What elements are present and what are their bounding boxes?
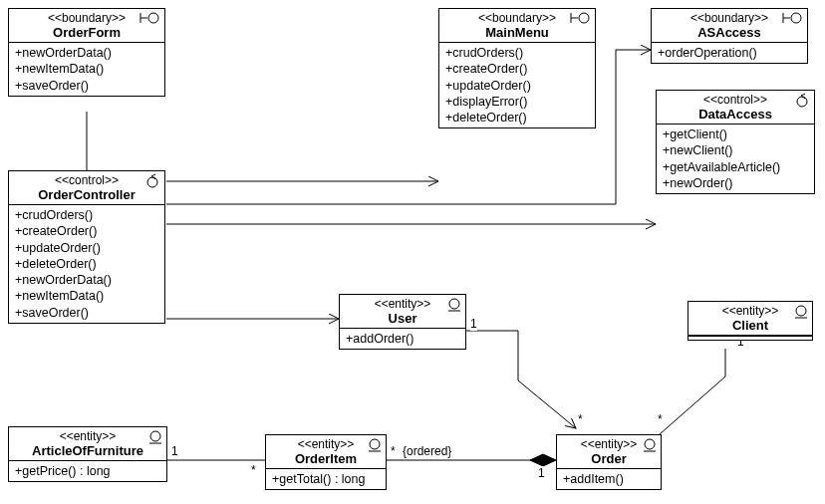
svg-point-16 [797, 97, 807, 107]
op: +deleteOrder() [15, 256, 158, 272]
class-name-label: MainMenu [445, 25, 589, 40]
boundary-icon [781, 11, 803, 28]
mult-user-one: 1 [470, 317, 477, 331]
svg-marker-5 [530, 454, 556, 466]
class-ops: +newOrderData() +newItemData() +saveOrde… [9, 43, 164, 96]
mult-order-one: 1 [538, 466, 545, 480]
stereotype-label: <<control>> [15, 173, 158, 187]
class-name-label: ASAccess [658, 25, 801, 40]
svg-point-22 [150, 431, 160, 441]
class-dataaccess: <<control>> DataAccess +getClient() +new… [656, 90, 815, 194]
op: +orderOperation() [658, 45, 801, 61]
stereotype-label: <<entity>> [15, 429, 160, 443]
mult-orderitem-star: * [391, 444, 396, 458]
entity-icon [447, 297, 461, 316]
op: +updateOrder() [15, 240, 158, 256]
class-ops: +addOrder() [340, 329, 465, 349]
mult-user-star: * [578, 412, 583, 426]
class-ops: +crudOrders() +createOrder() +updateOrde… [9, 205, 164, 323]
class-order: <<entity>> Order +addItem() [556, 434, 662, 490]
svg-point-26 [645, 439, 655, 449]
class-orderitem: <<entity>> OrderItem +getTotal() : long [265, 434, 387, 490]
stereotype-label: <<boundary>> [658, 11, 801, 25]
op: +saveOrder() [15, 305, 158, 321]
svg-point-17 [147, 177, 157, 187]
stereotype-label: <<entity>> [563, 437, 655, 451]
svg-point-18 [449, 299, 459, 309]
op: +getPrice() : long [15, 463, 160, 479]
class-asaccess: <<boundary>> ASAccess +orderOperation() [651, 8, 808, 64]
class-ops: +crudOrders() +createOrder() +updateOrde… [439, 43, 595, 127]
op: +getTotal() : long [272, 471, 380, 487]
op: +newOrderData() [15, 45, 158, 61]
mult-client-star: * [658, 412, 663, 426]
op: +crudOrders() [15, 207, 158, 223]
class-ops: +getTotal() : long [266, 469, 386, 489]
stereotype-label: <<entity>> [272, 437, 380, 451]
mult-ordered-constraint: {ordered} [403, 444, 451, 458]
entity-icon [794, 304, 808, 323]
svg-point-15 [791, 13, 801, 23]
class-name-label: Order [563, 451, 655, 466]
class-ops: +getClient() +newClient() +getAvailableA… [657, 125, 814, 193]
class-name-label: ArticleOfFurniture [15, 443, 160, 458]
class-ops: +getPrice() : long [9, 461, 166, 481]
op: +newItemData() [15, 61, 158, 77]
control-icon [794, 93, 810, 112]
class-user: <<entity>> User +addOrder() [339, 294, 466, 350]
class-name-label: OrderController [15, 187, 158, 202]
boundary-icon [138, 11, 160, 28]
stereotype-label: <<boundary>> [15, 11, 158, 25]
class-name-label: DataAccess [663, 107, 808, 122]
class-ordercontroller: <<control>> OrderController +crudOrders(… [8, 170, 165, 324]
op: +getClient() [663, 126, 808, 142]
mult-article-one: 1 [171, 444, 178, 458]
class-client: <<entity>> Client [688, 301, 813, 341]
op: +newOrder() [663, 175, 808, 191]
op: +crudOrders() [445, 45, 589, 61]
stereotype-label: <<entity>> [346, 297, 459, 311]
class-name-label: Client [694, 318, 806, 333]
entity-icon [643, 437, 657, 456]
op: +addItem() [563, 471, 655, 487]
class-ops: +orderOperation() [652, 43, 807, 63]
svg-point-9 [148, 13, 158, 23]
stereotype-label: <<control>> [663, 93, 808, 107]
svg-point-12 [579, 13, 589, 23]
op: +addOrder() [346, 331, 459, 347]
op: +deleteOrder() [445, 110, 589, 126]
op: +updateOrder() [445, 78, 589, 94]
op: +newItemData() [15, 288, 158, 304]
class-name-label: OrderItem [272, 451, 380, 466]
entity-icon [148, 429, 162, 448]
svg-point-24 [370, 439, 380, 449]
op: +createOrder() [15, 223, 158, 239]
op: +newClient() [663, 142, 808, 158]
class-name-label: User [346, 311, 459, 326]
class-mainmenu: <<boundary>> MainMenu +crudOrders() +cre… [438, 8, 596, 128]
mult-article-star: * [251, 463, 256, 477]
class-orderform: <<boundary>> OrderForm +newOrderData() +… [8, 8, 165, 97]
entity-icon [368, 437, 382, 456]
class-ops: +addItem() [557, 469, 661, 489]
empty-ops [688, 336, 812, 340]
svg-point-20 [796, 306, 806, 316]
op: +newOrderData() [15, 272, 158, 288]
op: +saveOrder() [15, 78, 158, 94]
op: +displayError() [445, 94, 589, 110]
op: +getAvailableArticle() [663, 159, 808, 175]
stereotype-label: <<entity>> [694, 304, 806, 318]
op: +createOrder() [445, 61, 589, 77]
class-articleoffurniture: <<entity>> ArticleOfFurniture +getPrice(… [8, 426, 167, 482]
boundary-icon [569, 11, 591, 28]
stereotype-label: <<boundary>> [445, 11, 589, 25]
class-name-label: OrderForm [15, 25, 158, 40]
control-icon [144, 173, 160, 192]
